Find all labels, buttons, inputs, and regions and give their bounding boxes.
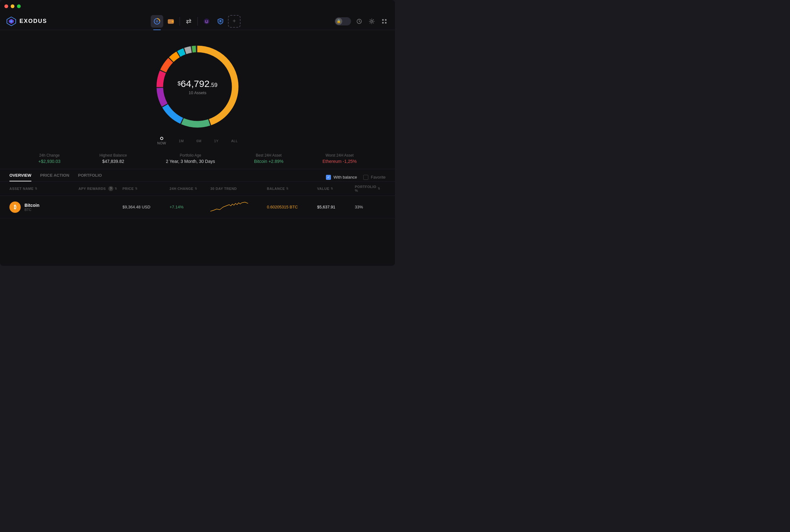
sort-asset-name-icon: ⇅ [35,187,38,190]
chart-section: $64,792.59 10 Assets [0,36,395,134]
col-30day-trend: 30 DAY TREND [210,185,267,192]
tab-right-controls: ✓ With balance Favorite [326,175,385,180]
logo-area: EXODUS [6,16,57,26]
nav-divider-1 [180,17,180,26]
timeline-1y[interactable]: 1Y [214,139,219,143]
nav-center: + [57,15,335,27]
btc-icon: ₿ [10,202,21,213]
exodus-logo-icon [6,16,16,26]
with-balance-label: With balance [334,175,357,179]
stat-worst-24h: Worst 24H Asset Ethereum -1,25% [322,153,357,164]
sort-apy-icon: ⇅ [115,187,117,190]
tab-overview[interactable]: OVERVIEW [10,173,32,182]
sort-balance-icon: ⇅ [286,187,289,190]
sort-price-icon: ⇅ [135,187,138,190]
maximize-button[interactable] [17,4,21,8]
timeline-1m[interactable]: 1M [178,139,184,143]
btc-sparkline-svg [210,200,248,213]
svg-rect-16 [385,19,387,21]
stat-24h-change: 24h Change +$2,930.03 [38,153,60,164]
svg-point-14 [371,20,373,22]
with-balance-control[interactable]: ✓ With balance [326,175,357,180]
apps-grid-icon[interactable] [380,17,389,26]
nav-right: 🔒 [335,17,389,26]
btc-sparkline [210,200,267,214]
col-apy-rewards[interactable]: APY REWARDS ? ⇅ [78,185,123,192]
stats-row: 24h Change +$2,930.03 Highest Balance $4… [0,150,395,169]
titlebar [0,0,395,13]
sort-portfolio-icon: ⇅ [378,187,380,190]
svg-point-4 [156,20,158,23]
asset-info-btc: Bitcoin BTC [24,203,39,211]
col-portfolio-pct[interactable]: PORTFOLIO % ⇅ [355,185,380,192]
col-asset-name[interactable]: ASSET NAME ⇅ [10,185,78,192]
nav-add-button[interactable]: + [228,15,241,27]
table-row[interactable]: ₿ Bitcoin BTC $9,364.48 USD +7.14% 0.602… [0,196,395,218]
history-icon[interactable] [355,17,363,26]
tab-portfolio[interactable]: PORTFOLIO [78,173,102,182]
app1-icon [203,18,210,25]
nav-app1[interactable] [200,15,213,27]
donut-chart: $64,792.59 10 Assets [150,40,245,134]
portfolio-icon [153,18,161,25]
add-icon: + [233,18,236,24]
nav-app2[interactable] [214,15,227,27]
stat-highest-balance: Highest Balance $47,839.82 [99,153,127,164]
tabs-section: OVERVIEW PRICE ACTION PORTFOLIO ✓ With b… [0,169,395,182]
svg-point-10 [207,20,208,21]
stat-best-24h: Best 24H Asset Bitcoin +2.89% [254,153,284,164]
svg-rect-18 [385,22,387,23]
timeline-now[interactable]: NOW [157,137,166,145]
app2-icon [217,18,224,25]
nav-wallet[interactable] [165,15,177,27]
asset-cell-btc: ₿ Bitcoin BTC [10,202,78,213]
nav-portfolio[interactable] [151,15,163,27]
stat-portfolio-age: Portfolio Age 2 Year, 3 Month, 30 Days [166,153,215,164]
btc-value: $5,637.91 [317,205,355,209]
timeline-dot-indicator [160,137,163,140]
tab-price-action[interactable]: PRICE ACTION [40,173,69,182]
nav-divider-2 [198,17,198,26]
favorite-control[interactable]: Favorite [363,175,385,180]
col-balance[interactable]: BALANCE ⇅ [267,185,317,192]
favorite-checkbox[interactable] [363,175,368,180]
svg-point-12 [220,20,221,21]
wallet-icon [167,18,174,25]
main-content: $64,792.59 10 Assets NOW 1M 6M 1Y ALL 24… [0,30,395,266]
donut-center: $64,792.59 10 Assets [178,78,218,95]
col-value[interactable]: VALUE ⇅ [317,185,355,192]
apy-help-icon[interactable]: ? [108,186,113,191]
asset-count: 10 Assets [178,90,218,95]
btc-balance: 0.60205315 BTC [267,205,317,209]
table-header: ASSET NAME ⇅ APY REWARDS ? ⇅ PRICE ⇅ 24H… [0,182,395,196]
timeline-all[interactable]: ALL [231,139,238,143]
minimize-button[interactable] [11,4,15,8]
btc-portfolio-pct: 33% [355,205,380,209]
col-price[interactable]: PRICE ⇅ [123,185,170,192]
svg-point-7 [172,21,173,22]
with-balance-checkbox[interactable]: ✓ [326,175,331,180]
timeline: NOW 1M 6M 1Y ALL [0,134,395,150]
exchange-icon [185,18,192,25]
sort-value-icon: ⇅ [331,187,334,190]
logo-text: EXODUS [19,18,47,24]
settings-icon[interactable] [368,17,376,26]
btc-change: +7.14% [170,205,210,209]
svg-rect-17 [382,22,384,23]
favorite-label: Favorite [371,175,385,179]
nav-exchange[interactable] [183,15,195,27]
portfolio-value: $64,792.59 [178,78,218,89]
header: EXODUS [0,13,395,30]
close-button[interactable] [4,4,8,8]
timeline-6m[interactable]: 6M [196,139,201,143]
btc-price: $9,364.48 USD [123,205,170,209]
svg-rect-15 [382,19,384,21]
svg-point-9 [205,20,206,21]
sort-change-icon: ⇅ [195,187,198,190]
col-24h-change[interactable]: 24H CHANGE ⇅ [170,185,210,192]
lock-toggle[interactable]: 🔒 [335,17,351,25]
lock-icon: 🔒 [335,18,342,25]
svg-point-8 [204,19,209,24]
